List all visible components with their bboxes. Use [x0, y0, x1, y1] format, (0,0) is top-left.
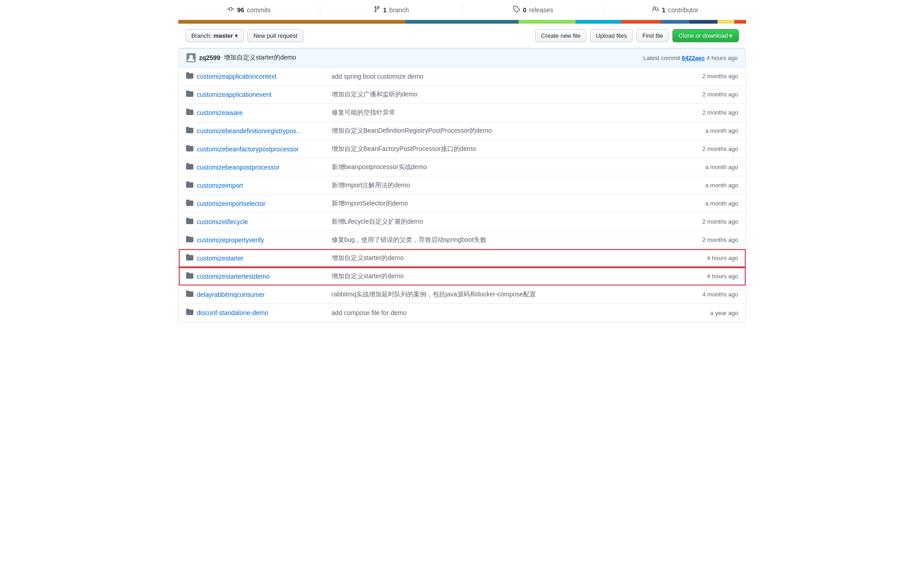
lang-css — [689, 20, 717, 24]
lang-go — [576, 20, 621, 24]
file-message: 增加自定义广播和监听的demo — [324, 90, 684, 99]
commit-time: 4 hours ago — [707, 55, 738, 61]
file-message: 增加自定义starter的demo — [324, 272, 684, 280]
releases-count: 0 — [523, 6, 526, 14]
file-name[interactable]: customizeimportselector — [197, 200, 324, 207]
folder-icon — [186, 308, 193, 317]
toolbar-right: Create new file Upload files Find file C… — [535, 29, 738, 42]
commits-icon — [227, 5, 234, 14]
folder-icon — [186, 290, 193, 299]
commits-label: commits — [247, 6, 271, 14]
file-name[interactable]: customizebeanfactorypostprocessor — [197, 145, 324, 153]
file-message: add compose file for demo — [324, 309, 684, 316]
commit-hash[interactable]: 6422aec — [682, 55, 705, 61]
lang-other — [734, 20, 746, 24]
find-file-button[interactable]: Find file — [636, 29, 669, 42]
lang-html — [621, 20, 661, 24]
folder-icon — [186, 145, 193, 154]
table-row: customizelifecycle 新增Lifecycle自定义扩展的demo… — [179, 213, 746, 231]
table-row: customizeapplicationevent 增加自定义广播和监听的dem… — [179, 85, 746, 104]
latest-commit-label: Latest commit — [643, 55, 680, 61]
file-name[interactable]: disconf-standalone-demo — [197, 309, 324, 316]
file-name[interactable]: customizestarter — [197, 255, 324, 262]
contributors-count: 1 — [662, 6, 666, 14]
file-message: 修复可能的空指针异常 — [324, 109, 684, 117]
file-message: 修复bug，使用了错误的父类，导致启动springboot失败 — [324, 236, 684, 244]
commit-header-right: Latest commit 6422aec 4 hours ago — [643, 55, 737, 61]
file-name[interactable]: customizebeandefinitionregistrypos... — [197, 127, 324, 135]
commit-author[interactable]: zq2599 — [199, 54, 221, 61]
file-name[interactable]: customizeaware — [197, 109, 324, 116]
table-row: customizeapplicationcontext add spring b… — [179, 67, 746, 85]
contributors-stat[interactable]: 1 contributor — [604, 5, 746, 14]
file-message: rabbitmq实战增加延时队列的案例，包括java源码和docker-comp… — [324, 291, 684, 299]
file-time: a year ago — [684, 310, 738, 316]
language-bar — [178, 20, 746, 24]
file-time: 4 hours ago — [684, 255, 738, 261]
chevron-down-icon: ▾ — [235, 32, 238, 39]
lang-shell — [519, 20, 576, 24]
contributors-label: contributor — [668, 6, 698, 14]
releases-label: releases — [529, 6, 553, 14]
branch-label: Branch: — [192, 32, 212, 39]
folder-icon — [186, 163, 193, 172]
file-name[interactable]: customizelifecycle — [197, 218, 324, 225]
file-time: 2 months ago — [684, 145, 738, 152]
folder-icon — [186, 90, 193, 99]
commits-stat[interactable]: 96 commits — [178, 5, 320, 14]
table-row: customizebeanpostprocessor 新增beanpostpro… — [179, 158, 746, 176]
file-time: 2 months ago — [684, 91, 738, 98]
folder-icon — [186, 235, 193, 245]
table-row: customizeaware 修复可能的空指针异常 2 months ago — [179, 104, 746, 122]
branch-selector[interactable]: Branch: master ▾ — [186, 29, 244, 42]
releases-stat[interactable]: 0 releases — [462, 5, 604, 14]
file-table: customizeapplicationcontext add spring b… — [178, 67, 746, 322]
lang-javascript — [717, 20, 734, 24]
table-row: customizepropertyverify 修复bug，使用了错误的父类，导… — [179, 231, 746, 249]
svg-point-1 — [189, 55, 193, 59]
branches-label: branch — [389, 6, 409, 14]
table-row: customizebeandefinitionregistrypos... 增加… — [179, 122, 746, 140]
releases-icon — [513, 5, 520, 14]
branches-stat[interactable]: 1 branch — [320, 5, 462, 14]
folder-icon — [186, 272, 193, 281]
table-row: customizestarter 增加自定义starter的demo 4 hou… — [179, 249, 746, 267]
avatar — [187, 53, 196, 62]
file-time: 2 months ago — [684, 73, 738, 80]
commit-header-left: zq2599 增加自定义starter的demo — [187, 53, 296, 62]
table-row: customizeimport 新增Import注解用法的demo a mont… — [179, 176, 746, 195]
file-time: 4 months ago — [684, 291, 738, 298]
file-name[interactable]: customizepropertyverify — [197, 236, 324, 244]
file-message: 新增beanpostprocessor实战demo — [324, 163, 684, 171]
file-name[interactable]: customizebeanpostprocessor — [197, 164, 324, 171]
folder-icon — [186, 254, 193, 263]
folder-icon — [186, 126, 193, 135]
table-row: disconf-standalone-demo add compose file… — [179, 304, 746, 322]
file-message: 新增Lifecycle自定义扩展的demo — [324, 218, 684, 226]
clone-or-download-button[interactable]: Clone or download ▾ — [672, 29, 738, 42]
file-time: 4 hours ago — [684, 273, 738, 280]
file-time: 2 months ago — [684, 236, 738, 243]
new-pull-request-button[interactable]: New pull request — [247, 29, 303, 42]
create-new-file-button[interactable]: Create new file — [535, 29, 586, 42]
upload-files-button[interactable]: Upload files — [590, 29, 633, 42]
file-name[interactable]: customizeapplicationevent — [197, 91, 324, 98]
file-time: a month ago — [684, 164, 738, 170]
lang-python — [661, 20, 689, 24]
lang-typescript — [405, 20, 519, 24]
file-message: add spring boot customize demo — [324, 73, 684, 80]
file-message: 增加自定义BeanDefinitionRegistryPostProcessor… — [324, 127, 684, 135]
toolbar-left: Branch: master ▾ New pull request — [186, 29, 303, 42]
file-time: 2 months ago — [684, 218, 738, 225]
file-name[interactable]: customizestartertestdemo — [197, 273, 324, 280]
stats-bar: 96 commits 1 branch 0 releases 1 contrib… — [178, 0, 746, 20]
file-name[interactable]: customizeapplicationcontext — [197, 73, 324, 80]
file-name[interactable]: delayrabbitmqconsumer — [197, 291, 324, 298]
folder-icon — [186, 72, 193, 81]
file-message: 新增ImportSelector的demo — [324, 200, 684, 208]
file-time: a month ago — [684, 182, 738, 189]
file-name[interactable]: customizeimport — [197, 182, 324, 189]
file-message: 新增Import注解用法的demo — [324, 181, 684, 190]
file-time: 2 months ago — [684, 109, 738, 116]
lang-java — [178, 20, 405, 24]
